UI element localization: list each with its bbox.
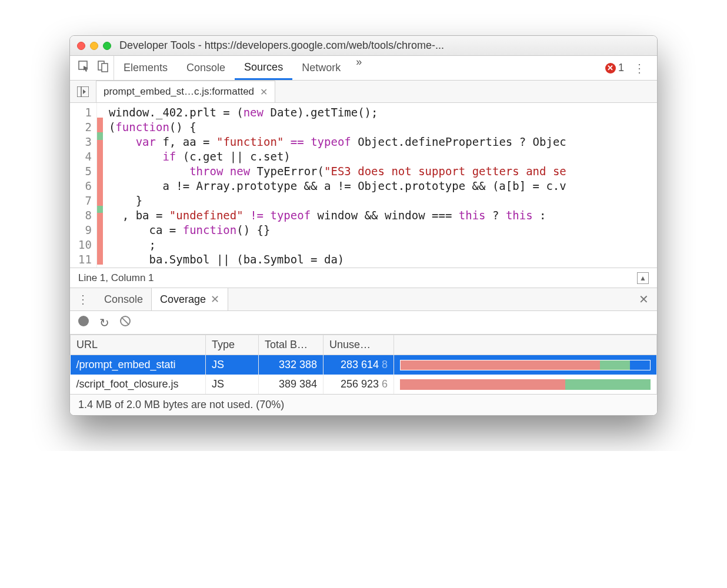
col-type[interactable]: Type bbox=[206, 335, 259, 355]
zoom-window-button[interactable] bbox=[103, 42, 111, 50]
close-file-icon[interactable]: ✕ bbox=[260, 86, 268, 98]
device-toolbar-icon[interactable] bbox=[97, 61, 109, 75]
traffic-lights bbox=[77, 42, 111, 50]
tab-network[interactable]: Network bbox=[292, 56, 350, 80]
file-tab[interactable]: prompt_embed_st…c.js:formatted ✕ bbox=[96, 81, 275, 102]
minimize-window-button[interactable] bbox=[90, 42, 98, 50]
cell-usage-bar bbox=[394, 355, 657, 375]
drawer-tab-coverage[interactable]: Coverage ✕ bbox=[151, 288, 228, 310]
collapse-drawer-icon[interactable]: ▲ bbox=[637, 272, 649, 284]
editor-status-bar: Line 1, Column 1 ▲ bbox=[70, 268, 657, 288]
close-tab-icon[interactable]: ✕ bbox=[211, 293, 219, 306]
close-window-button[interactable] bbox=[77, 42, 85, 50]
close-drawer-icon[interactable]: ✕ bbox=[631, 292, 657, 306]
col-total[interactable]: Total B… bbox=[259, 335, 324, 355]
settings-menu-icon[interactable]: ⋮ bbox=[630, 61, 649, 75]
record-button[interactable] bbox=[78, 316, 89, 329]
cell-total-bytes: 332 388 bbox=[259, 355, 324, 375]
inspect-element-icon[interactable] bbox=[78, 61, 90, 75]
coverage-summary: 1.4 MB of 2.0 MB bytes are not used. (70… bbox=[70, 394, 657, 415]
cell-total-bytes: 389 384 bbox=[259, 375, 324, 394]
cell-usage-bar bbox=[394, 375, 657, 394]
tab-sources[interactable]: Sources bbox=[235, 56, 292, 80]
col-url[interactable]: URL bbox=[71, 335, 206, 355]
col-usage-bar[interactable] bbox=[394, 335, 657, 355]
devtools-window: Developer Tools - https://developers.goo… bbox=[69, 35, 658, 416]
reload-icon[interactable]: ↻ bbox=[99, 316, 109, 330]
cell-type: JS bbox=[206, 355, 259, 375]
navigator-toggle-icon[interactable] bbox=[70, 81, 96, 102]
error-icon: ✕ bbox=[605, 63, 616, 74]
drawer-menu-icon[interactable]: ⋮ bbox=[70, 292, 96, 306]
col-unused[interactable]: Unuse… bbox=[324, 335, 394, 355]
coverage-table: URL Type Total B… Unuse… /prompt_embed_s… bbox=[70, 335, 657, 394]
cell-url: /script_foot_closure.js bbox=[71, 375, 206, 394]
clear-icon[interactable] bbox=[120, 316, 131, 329]
file-tab-label: prompt_embed_st…c.js:formatted bbox=[104, 86, 254, 98]
titlebar: Developer Tools - https://developers.goo… bbox=[70, 36, 657, 56]
cursor-position: Line 1, Column 1 bbox=[78, 272, 154, 284]
error-count: 1 bbox=[618, 62, 624, 74]
coverage-gutter bbox=[97, 103, 103, 268]
tab-console[interactable]: Console bbox=[177, 56, 235, 80]
error-count-badge[interactable]: ✕ 1 bbox=[605, 62, 624, 74]
code-content: window._402.prlt = (new Date).getTime();… bbox=[103, 103, 566, 268]
panel-tabs: Elements Console Sources Network » bbox=[114, 56, 368, 80]
drawer-tab-console[interactable]: Console bbox=[96, 288, 151, 310]
more-tabs-icon[interactable]: » bbox=[350, 56, 368, 80]
table-header-row: URL Type Total B… Unuse… bbox=[71, 335, 657, 355]
table-row[interactable]: /script_foot_closure.jsJS389 384256 923 … bbox=[71, 375, 657, 394]
main-toolbar: Elements Console Sources Network » ✕ 1 ⋮ bbox=[70, 56, 657, 81]
line-number-gutter: 1234567891011 bbox=[70, 103, 97, 268]
cell-unused-bytes: 256 923 6 bbox=[324, 375, 394, 394]
window-title: Developer Tools - https://developers.goo… bbox=[119, 39, 650, 52]
table-row[interactable]: /prompt_embed_statiJS332 388283 614 8 bbox=[71, 355, 657, 375]
cell-type: JS bbox=[206, 375, 259, 394]
cell-unused-bytes: 283 614 8 bbox=[324, 355, 394, 375]
drawer-tab-bar: ⋮ Console Coverage ✕ ✕ bbox=[70, 288, 657, 311]
svg-rect-2 bbox=[102, 64, 108, 72]
file-tab-bar: prompt_embed_st…c.js:formatted ✕ bbox=[70, 81, 657, 103]
coverage-toolbar: ↻ bbox=[70, 311, 657, 335]
code-editor[interactable]: 1234567891011 window._402.prlt = (new Da… bbox=[70, 103, 657, 268]
tab-elements[interactable]: Elements bbox=[114, 56, 177, 80]
cell-url: /prompt_embed_stati bbox=[71, 355, 206, 375]
